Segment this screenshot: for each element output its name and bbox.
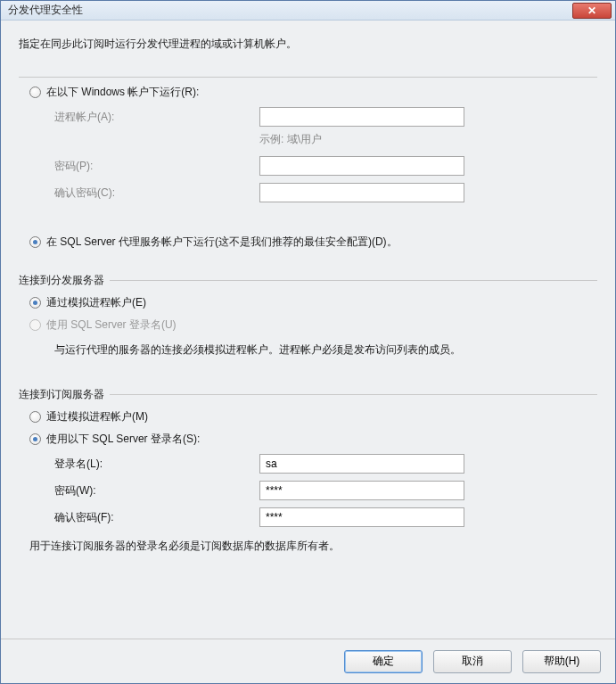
field-password-top: 密码(P): [54,156,597,176]
section-distributor: 连接到分发服务器 [19,273,597,288]
confirm-input-sub[interactable] [259,507,464,527]
radio-label: 通过模拟进程帐户(E) [46,295,146,310]
confirm-input-top[interactable] [259,183,464,202]
radio-icon [29,297,41,309]
radio-label: 在以下 Windows 帐户下运行(R): [46,85,199,100]
confirm-label-top: 确认密码(C): [54,185,259,201]
radio-label: 通过模拟进程帐户(M) [46,409,148,424]
ok-button[interactable]: 确定 [344,650,423,673]
radio-label: 在 SQL Server 代理服务帐户下运行(这不是我们推荐的最佳安全配置)(D… [46,235,398,250]
section-divider [110,394,597,395]
radio-run-as-windows[interactable]: 在以下 Windows 帐户下运行(R): [29,85,597,100]
title-bar: 分发代理安全性 ✕ [1,1,615,21]
field-password-sub: 密码(W): [54,481,597,500]
cancel-button[interactable]: 取消 [433,650,512,673]
login-label: 登录名(L): [54,457,259,472]
window-title: 分发代理安全性 [8,3,572,18]
dialog-window: 分发代理安全性 ✕ 指定在同步此订阅时运行分发代理进程的域或计算机帐户。 在以下… [0,0,616,684]
radio-icon [29,433,41,445]
radio-distributor-impersonate[interactable]: 通过模拟进程帐户(E) [29,295,597,310]
process-account-input[interactable] [259,107,464,127]
field-login: 登录名(L): [54,454,597,474]
field-confirm-top: 确认密码(C): [54,183,597,202]
section-subscriber-title: 连接到订阅服务器 [19,387,104,402]
dialog-content: 指定在同步此订阅时运行分发代理进程的域或计算机帐户。 在以下 Windows 帐… [1,21,615,639]
radio-label: 使用 SQL Server 登录名(U) [46,317,177,333]
radio-subscriber-sqllogin[interactable]: 使用以下 SQL Server 登录名(S): [29,432,597,447]
field-process-account: 进程帐户(A): [54,107,597,127]
field-confirm-sub: 确认密码(F): [54,507,597,527]
close-icon: ✕ [587,4,596,17]
process-account-hint: 示例: 域\用户 [259,132,597,147]
subscriber-note: 用于连接订阅服务器的登录名必须是订阅数据库的数据库所有者。 [29,538,597,555]
password-input-top[interactable] [259,156,464,176]
process-account-label: 进程帐户(A): [54,110,259,125]
radio-icon [29,236,41,248]
radio-icon [29,411,41,423]
radio-label: 使用以下 SQL Server 登录名(S): [46,432,200,447]
button-bar: 确定 取消 帮助(H) [1,639,615,683]
confirm-label-sub: 确认密码(F): [54,510,259,525]
section-distributor-title: 连接到分发服务器 [19,273,104,288]
section-subscriber: 连接到订阅服务器 [19,387,597,402]
radio-subscriber-impersonate[interactable]: 通过模拟进程帐户(M) [29,409,597,424]
password-label-top: 密码(P): [54,159,259,174]
instruction-text: 指定在同步此订阅时运行分发代理进程的域或计算机帐户。 [19,37,597,52]
radio-icon [29,319,41,331]
password-label-sub: 密码(W): [54,483,259,499]
close-button[interactable]: ✕ [572,3,612,19]
section-divider-top [19,77,597,78]
radio-icon [29,87,41,98]
password-input-sub[interactable] [259,481,464,500]
radio-distributor-sqllogin: 使用 SQL Server 登录名(U) [29,317,597,333]
section-divider [110,280,597,281]
distributor-note: 与运行代理的服务器的连接必须模拟进程帐户。进程帐户必须是发布访问列表的成员。 [54,342,597,358]
help-button[interactable]: 帮助(H) [522,650,601,673]
login-input[interactable] [259,454,464,474]
radio-run-as-sqlagent[interactable]: 在 SQL Server 代理服务帐户下运行(这不是我们推荐的最佳安全配置)(D… [29,235,597,250]
